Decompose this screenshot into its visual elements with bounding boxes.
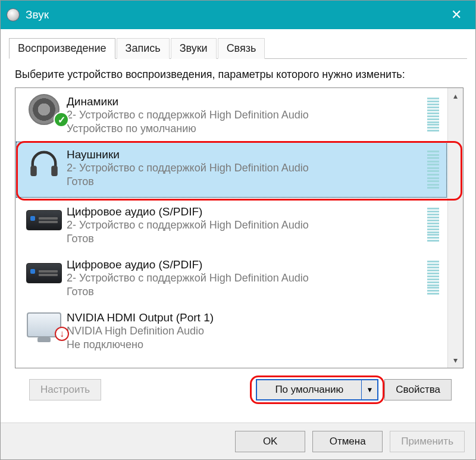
tab-sounds[interactable]: Звуки xyxy=(171,38,217,59)
sound-icon xyxy=(7,8,20,21)
device-status: Устройство по умолчанию xyxy=(67,122,422,136)
spdif-icon xyxy=(26,210,62,230)
tab-label: Связь xyxy=(227,42,256,54)
titlebar[interactable]: Звук ✕ xyxy=(1,1,475,29)
device-name: Цифровое аудио (S/PDIF) xyxy=(67,258,422,271)
svg-rect-1 xyxy=(51,166,58,177)
client-area: Воспроизведение Запись Звуки Связь Выбер… xyxy=(1,29,475,459)
device-status: Готов xyxy=(67,232,422,246)
device-row[interactable]: Цифровое аудио (S/PDIF) 2- Устройство с … xyxy=(15,251,447,304)
window-title: Звук xyxy=(26,8,49,21)
device-row[interactable]: ↓ NVIDIA HDMI Output (Port 1) NVIDIA Hig… xyxy=(15,304,447,357)
tab-playback[interactable]: Воспроизведение xyxy=(9,38,115,59)
device-sub1: 2- Устройство с поддержкой High Definiti… xyxy=(67,218,422,232)
set-default-button[interactable]: По умолчанию ▼ xyxy=(256,379,378,400)
device-status: Готов xyxy=(67,285,422,299)
close-icon: ✕ xyxy=(451,7,462,23)
tab-label: Запись xyxy=(126,42,161,54)
button-label: Отмена xyxy=(330,436,366,448)
device-sub1: 2- Устройство с поддержкой High Definiti… xyxy=(67,271,422,285)
device-name: Наушники xyxy=(67,148,422,161)
cancel-button[interactable]: Отмена xyxy=(312,431,383,452)
device-row[interactable]: ✓ Динамики 2- Устройство с поддержкой Hi… xyxy=(15,88,447,141)
properties-button[interactable]: Свойства xyxy=(384,379,452,400)
headphones-icon xyxy=(27,147,61,183)
scrollbar[interactable]: ▴ ▾ xyxy=(447,88,463,368)
level-meter-icon xyxy=(427,257,439,298)
device-status: Готов xyxy=(67,175,422,189)
device-row[interactable]: Цифровое аудио (S/PDIF) 2- Устройство с … xyxy=(15,198,447,251)
device-sub1: NVIDIA High Definition Audio xyxy=(67,324,441,338)
tab-recording[interactable]: Запись xyxy=(117,38,170,59)
set-default-dropdown[interactable]: ▼ xyxy=(362,380,377,399)
instruction-text: Выберите устройство воспроизведения, пар… xyxy=(15,67,464,82)
ok-button[interactable]: OK xyxy=(235,431,305,452)
level-meter-icon xyxy=(427,94,439,135)
device-name: Динамики xyxy=(67,95,422,108)
device-sub1: 2- Устройство с поддержкой High Definiti… xyxy=(67,161,422,175)
tab-bar: Воспроизведение Запись Звуки Связь xyxy=(1,29,475,59)
device-name: Цифровое аудио (S/PDIF) xyxy=(67,205,422,218)
button-label: Свойства xyxy=(396,384,440,396)
device-status: Не подключено xyxy=(67,338,441,352)
tab-panel-playback: Выберите устройство воспроизведения, пар… xyxy=(1,59,475,423)
configure-button[interactable]: Настроить xyxy=(29,379,101,400)
button-label: По умолчанию xyxy=(275,384,343,396)
panel-button-row: Настроить По умолчанию ▼ Свойства xyxy=(15,368,464,409)
tab-communications[interactable]: Связь xyxy=(218,38,265,59)
chevron-down-icon: ▼ xyxy=(366,386,373,394)
spdif-icon xyxy=(26,263,62,283)
tab-label: Звуки xyxy=(180,42,208,54)
apply-button[interactable]: Применить xyxy=(390,431,465,452)
device-list[interactable]: ✓ Динамики 2- Устройство с поддержкой Hi… xyxy=(15,87,464,368)
button-label: Настроить xyxy=(40,384,90,396)
device-row[interactable]: Наушники 2- Устройство с поддержкой High… xyxy=(15,141,447,198)
scroll-up-icon[interactable]: ▴ xyxy=(448,88,463,104)
device-name: NVIDIA HDMI Output (Port 1) xyxy=(67,311,441,324)
dialog-footer: OK Отмена Применить xyxy=(1,423,475,459)
level-meter-icon xyxy=(427,147,439,192)
sound-dialog: Звук ✕ Воспроизведение Запись Звуки Связ… xyxy=(0,0,476,460)
scroll-down-icon[interactable]: ▾ xyxy=(448,352,463,368)
device-sub1: 2- Устройство с поддержкой High Definiti… xyxy=(67,108,422,122)
svg-rect-0 xyxy=(30,166,37,177)
close-button[interactable]: ✕ xyxy=(437,1,475,29)
level-meter-icon xyxy=(427,204,439,245)
tab-label: Воспроизведение xyxy=(18,42,107,54)
button-label: Применить xyxy=(401,436,453,448)
button-label: OK xyxy=(263,436,278,448)
